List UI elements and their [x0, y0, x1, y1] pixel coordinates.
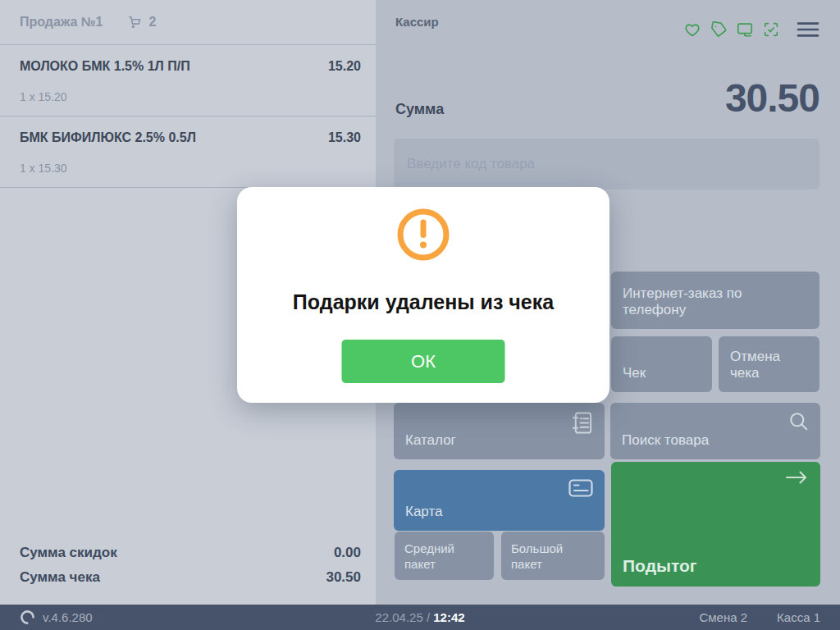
toolbar — [683, 21, 819, 39]
card-label: Карта — [405, 504, 443, 520]
receipt-summary: Сумма скидок 0.00 Сумма чека 30.50 — [20, 541, 361, 590]
status-bar: v.4.6.280 22.04.25 / 12:42 Смена 2 Касса… — [0, 605, 840, 630]
item-qty: 1 x 15.20 — [20, 90, 361, 103]
datetime-separator: / — [427, 610, 430, 624]
medium-bag-button[interactable]: Средний пакет — [395, 532, 494, 580]
receipt-total-row: Сумма чека 30.50 — [20, 565, 361, 590]
discount-sum-value: 0.00 — [334, 541, 361, 565]
sum-label: Сумма — [395, 101, 444, 118]
scan-check-icon[interactable] — [762, 21, 780, 39]
large-bag-label: Большой пакет — [511, 541, 595, 572]
arrow-right-icon — [784, 470, 809, 485]
receipt-item-row[interactable]: МОЛОКО БМК 1.5% 1Л П/П 15.20 1 x 15.20 — [0, 45, 376, 116]
cart-icon — [126, 14, 143, 30]
display-icon[interactable] — [736, 21, 754, 39]
cashier-label: Кассир — [395, 15, 439, 29]
ok-button[interactable]: ОК — [342, 340, 505, 383]
internet-order-button[interactable]: Интернет-заказ по телефону — [611, 272, 819, 329]
cancel-receipt-button[interactable]: Отмена чека — [719, 336, 819, 392]
cart-counter: 2 — [126, 14, 157, 30]
search-product-label: Поиск товара — [622, 432, 709, 449]
item-qty: 1 x 15.30 — [20, 162, 361, 175]
sale-header: Продажа №1 2 — [0, 0, 376, 45]
receipt-total-value: 30.50 — [326, 565, 361, 590]
cancel-receipt-label: Отмена чека — [730, 349, 808, 381]
catalog-button[interactable]: Каталог — [394, 403, 605, 459]
pos-app: Продажа №1 2 МОЛОКО БМК 1.5% 1Л П/П 15.2… — [0, 0, 840, 630]
medium-bag-label: Средний пакет — [404, 541, 484, 572]
warning-icon — [395, 207, 451, 266]
item-name: БМК БИФИЛЮКС 2.5% 0.5Л — [20, 130, 196, 145]
discount-sum-row: Сумма скидок 0.00 — [20, 541, 361, 565]
menu-icon[interactable] — [797, 21, 819, 38]
card-icon — [568, 477, 594, 499]
datetime: 22.04.25 / 12:42 — [0, 610, 840, 624]
time-label: 12:42 — [433, 610, 464, 624]
alert-modal: Подарки удалены из чека ОК — [237, 187, 609, 403]
receipt-button-label: Чек — [623, 365, 646, 381]
product-code-input[interactable] — [394, 139, 819, 189]
item-price: 15.20 — [328, 59, 361, 74]
item-price: 15.30 — [328, 130, 361, 145]
subtotal-button[interactable]: Подытог — [611, 462, 820, 587]
catalog-icon — [570, 410, 594, 436]
receipt-total-label: Сумма чека — [20, 565, 100, 590]
item-name: МОЛОКО БМК 1.5% 1Л П/П — [20, 59, 190, 74]
alert-message: Подарки удалены из чека — [237, 290, 609, 314]
catalog-label: Каталог — [405, 432, 456, 449]
sale-title: Продажа №1 — [20, 15, 103, 30]
card-button[interactable]: Карта — [394, 470, 605, 531]
date-label: 22.04.25 — [375, 610, 422, 624]
internet-order-label: Интернет-заказ по телефону — [623, 285, 808, 318]
tag-icon[interactable] — [710, 21, 728, 39]
search-icon — [788, 410, 810, 432]
cart-count: 2 — [149, 15, 157, 30]
large-bag-button[interactable]: Большой пакет — [501, 532, 605, 580]
heart-icon[interactable] — [683, 21, 701, 39]
receipt-item-row[interactable]: БМК БИФИЛЮКС 2.5% 0.5Л 15.30 1 x 15.30 — [0, 116, 376, 188]
subtotal-label: Подытог — [623, 556, 697, 576]
discount-sum-label: Сумма скидок — [20, 541, 117, 565]
search-product-button[interactable]: Поиск товара — [610, 403, 820, 459]
sum-value: 30.50 — [725, 75, 819, 121]
receipt-button[interactable]: Чек — [611, 336, 712, 392]
